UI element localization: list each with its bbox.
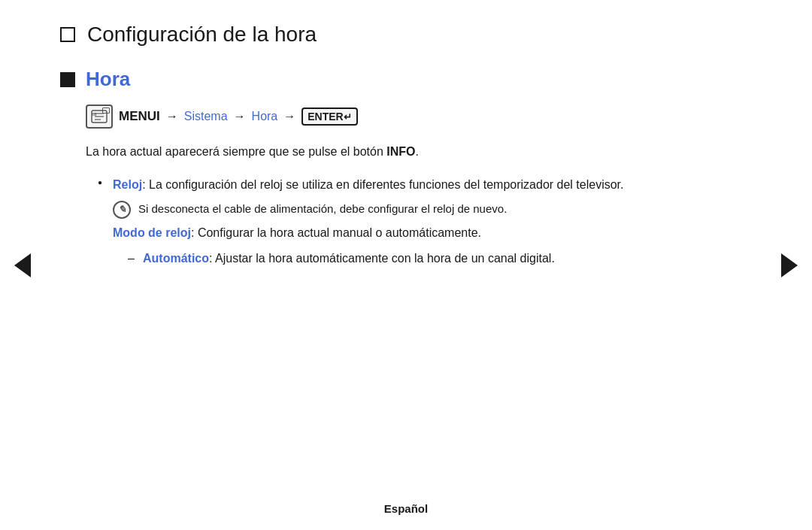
left-arrow-icon — [14, 253, 31, 277]
arrow3: → — [283, 110, 295, 123]
description-text: La hora actual aparecerá siempre que se … — [86, 142, 752, 162]
automatico-label: Automático — [143, 252, 209, 265]
mode-label: Modo de reloj — [113, 226, 191, 239]
automatico-text: : Ajustar la hora automáticamente con la… — [209, 252, 555, 265]
section-title: Hora — [86, 68, 130, 91]
menu-label: MENUI — [119, 109, 160, 124]
svg-text:m: m — [92, 111, 96, 117]
enter-icon: ENTER ↵ — [301, 108, 357, 126]
section-header: Hora — [60, 68, 752, 91]
title-checkbox-icon — [60, 27, 75, 42]
page-title-section: Configuración de la hora — [60, 23, 752, 47]
arrow1: → — [166, 110, 178, 123]
bullet-list: Reloj: La configuración del reloj se uti… — [98, 175, 752, 268]
arrow2: → — [234, 110, 246, 123]
dash-list: Automático: Ajustar la hora automáticame… — [128, 249, 752, 268]
reloj-label: Reloj — [113, 178, 142, 191]
mode-text: : Configurar la hora actual manual o aut… — [191, 226, 481, 239]
mode-item: Modo de reloj: Configurar la hora actual… — [113, 223, 752, 243]
menu-path: m MENUI → Sistema → Hora → ENTER ↵ — [86, 104, 752, 129]
reloj-text: : La configuración del reloj se utiliza … — [142, 178, 623, 191]
menu-icon: m — [86, 104, 113, 129]
menu-link-hora: Hora — [252, 110, 278, 123]
page-title: Configuración de la hora — [87, 23, 317, 47]
note-block: ✎ Si desconecta el cable de alimentación… — [113, 200, 752, 219]
menu-link-sistema: Sistema — [184, 110, 228, 123]
page-container: Configuración de la hora Hora m MENUI → … — [0, 0, 812, 530]
bullet-item-reloj: Reloj: La configuración del reloj se uti… — [98, 175, 752, 268]
dash-item-automatico: Automático: Ajustar la hora automáticame… — [128, 249, 752, 268]
note-text: Si desconecta el cable de alimentación, … — [138, 200, 507, 218]
section-square-icon — [60, 72, 75, 87]
footer-language: Español — [384, 502, 428, 515]
nav-arrow-left[interactable] — [14, 250, 32, 280]
nav-arrow-right[interactable] — [780, 250, 798, 280]
note-icon: ✎ — [113, 201, 131, 219]
right-arrow-icon — [781, 253, 798, 277]
